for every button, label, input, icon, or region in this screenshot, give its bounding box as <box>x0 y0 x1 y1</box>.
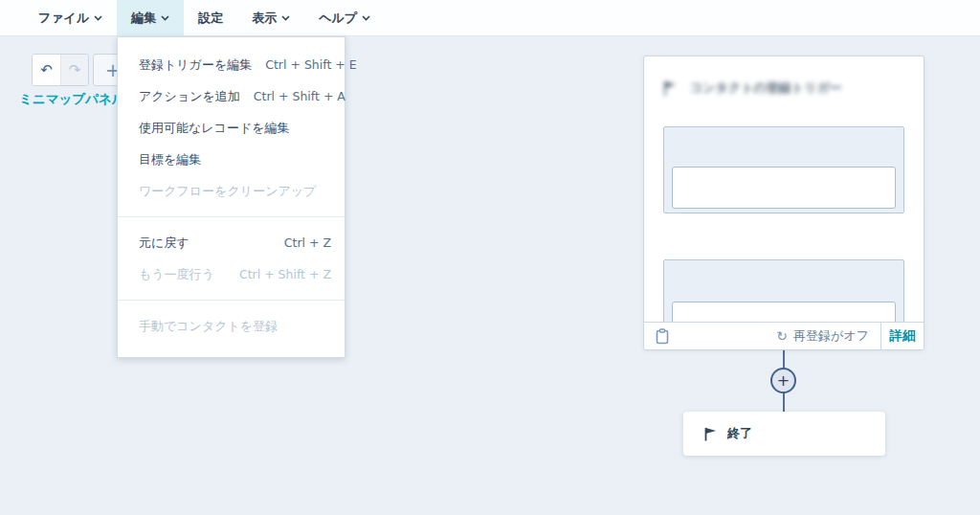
flag-icon <box>663 80 678 97</box>
menubar: ファイル 編集 設定 表示 ヘルプ <box>0 0 980 36</box>
add-step-button[interactable]: + <box>770 368 796 393</box>
menu-edit-label: 編集 <box>131 10 156 27</box>
undo-icon: ↶ <box>40 61 53 78</box>
menu-view-label: 表示 <box>252 10 277 27</box>
redo-icon: ↷ <box>69 61 81 78</box>
edit-menu-section-1: 登録トリガーを編集 Ctrl + Shift + E アクションを追加 Ctrl… <box>118 37 345 216</box>
menu-item-edit-enrollment-trigger[interactable]: 登録トリガーを編集 Ctrl + Shift + E <box>118 49 345 80</box>
menu-item-add-action[interactable]: アクションを追加 Ctrl + Shift + A <box>118 80 345 112</box>
menu-item-label: 目標を編集 <box>139 151 201 168</box>
menu-item-shortcut: Ctrl + Shift + E <box>265 57 356 72</box>
trigger-card-title-blurred: コンタクトの登録トリガー <box>690 79 842 97</box>
menu-item-label: 登録トリガーを編集 <box>139 56 252 74</box>
menu-item-shortcut: Ctrl + Z <box>284 235 331 250</box>
menu-item-cleanup-workflow: ワークフローをクリーンアップ <box>118 175 345 207</box>
menu-file[interactable]: ファイル <box>24 0 117 35</box>
menu-file-label: ファイル <box>38 10 89 27</box>
reenrollment-icon: ↻ <box>776 328 788 344</box>
trigger-criteria-inner-box <box>672 167 896 209</box>
menu-help[interactable]: ヘルプ <box>304 0 385 35</box>
chevron-down-icon <box>281 15 290 21</box>
trigger-criteria-box[interactable] <box>663 126 904 213</box>
details-link[interactable]: 詳細 <box>880 323 924 349</box>
menu-item-label: 元に戻す <box>139 235 189 252</box>
undo-button[interactable]: ↶ <box>33 55 60 85</box>
menu-item-edit-goal[interactable]: 目標を編集 <box>118 144 345 175</box>
menu-item-undo[interactable]: 元に戻す Ctrl + Z <box>118 227 345 258</box>
menu-item-label: アクションを追加 <box>139 88 240 105</box>
menu-help-label: ヘルプ <box>319 10 357 27</box>
end-card-label: 終了 <box>727 425 752 442</box>
workflow-editor-screen: ファイル 編集 設定 表示 ヘルプ ↶ ↷ + ミニマップパネル 登録トリガーを… <box>0 0 980 515</box>
reenrollment-status: 再登録がオフ <box>793 327 869 345</box>
trigger-card-footer: ↻ 再登録がオフ 詳細 <box>644 322 924 349</box>
chevron-down-icon <box>161 15 169 21</box>
menu-item-manually-enroll-contacts: 手動でコンタクトを登録 <box>118 310 345 342</box>
menu-item-shortcut: Ctrl + Shift + A <box>254 89 345 103</box>
edit-menu-section-3: 手動でコンタクトを登録 <box>118 301 345 357</box>
menu-item-label: ワークフローをクリーンアップ <box>139 183 316 200</box>
menu-item-redo: もう一度行う Ctrl + Shift + Z <box>118 258 345 290</box>
chevron-down-icon <box>94 15 102 21</box>
edit-menu-section-2: 元に戻す Ctrl + Z もう一度行う Ctrl + Shift + Z <box>118 217 345 300</box>
menu-item-edit-available-records[interactable]: 使用可能なレコードを編集 <box>118 112 345 144</box>
minimap-panel-link[interactable]: ミニマップパネル <box>19 91 125 108</box>
menu-item-shortcut: Ctrl + Shift + Z <box>239 267 331 281</box>
menu-item-label: 手動でコンタクトを登録 <box>139 318 278 335</box>
chevron-down-icon <box>362 15 370 21</box>
menu-settings-label: 設定 <box>198 10 223 27</box>
redo-button[interactable]: ↷ <box>60 55 88 85</box>
menu-settings[interactable]: 設定 <box>184 0 237 35</box>
menu-item-label: もう一度行う <box>139 266 214 283</box>
trigger-card-header: コンタクトの登録トリガー <box>663 79 842 97</box>
edit-menu-dropdown: 登録トリガーを編集 Ctrl + Shift + E アクションを追加 Ctrl… <box>117 36 345 358</box>
clipboard-icon[interactable] <box>656 328 669 345</box>
undo-redo-group: ↶ ↷ <box>32 54 89 86</box>
enrollment-trigger-card[interactable]: コンタクトの登録トリガー 次が行われた場合: 次の条件を満たすコンタクトのみを登… <box>643 56 924 350</box>
workflow-end-card[interactable]: 終了 <box>683 412 885 456</box>
menu-item-label: 使用可能なレコードを編集 <box>139 120 290 137</box>
menu-view[interactable]: 表示 <box>237 0 304 35</box>
menu-edit[interactable]: 編集 <box>117 0 184 35</box>
flag-icon <box>704 427 717 441</box>
